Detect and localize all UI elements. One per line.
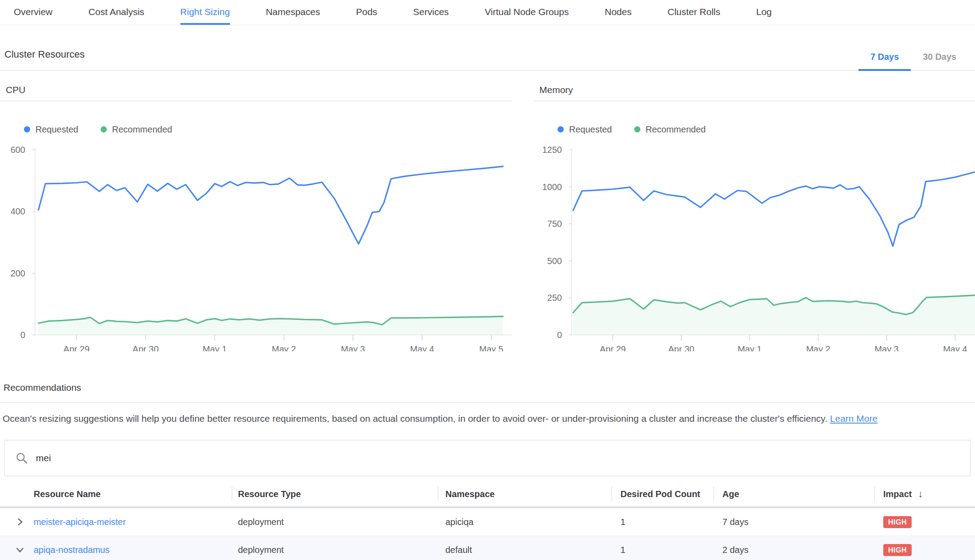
impact-badge: HIGH: [883, 516, 912, 528]
tab-virtual-node-groups[interactable]: Virtual Node Groups: [485, 0, 569, 25]
period-toggle: 7 Days 30 Days: [858, 52, 968, 71]
tab-pods[interactable]: Pods: [356, 0, 377, 25]
recommendations-description-text: Ocean's resizing suggestions will help y…: [3, 413, 830, 424]
svg-text:0: 0: [20, 330, 25, 340]
svg-text:May 2: May 2: [806, 344, 830, 351]
chevron-right-icon[interactable]: [15, 517, 25, 527]
tab-namespaces[interactable]: Namespaces: [266, 0, 320, 25]
resource-name-link[interactable]: meister-apiciqa-meister: [34, 517, 126, 527]
resource-type-cell: deployment: [232, 517, 438, 527]
cpu-line-chart: 0200400600Apr 29Apr 30May 1May 2May 3May…: [0, 143, 512, 351]
sort-descending-icon[interactable]: ↓: [918, 488, 923, 500]
tab-services[interactable]: Services: [413, 0, 449, 25]
search-icon: [16, 452, 28, 464]
memory-line-chart: 025050075010001250Apr 29Apr 30May 1May 2…: [534, 143, 975, 351]
header-desired-pod-count[interactable]: Desired Pod Count: [612, 482, 714, 506]
tab-log[interactable]: Log: [756, 0, 772, 25]
legend-label: Recommended: [112, 124, 172, 135]
tab-cost-analysis[interactable]: Cost Analysis: [89, 0, 144, 25]
tab-overview[interactable]: Overview: [14, 0, 53, 25]
desired-pod-count-cell: 1: [612, 545, 714, 555]
memory-chart-title: Memory: [534, 85, 975, 101]
svg-text:Apr 29: Apr 29: [600, 344, 626, 351]
header-namespace[interactable]: Namespace: [438, 482, 612, 506]
svg-text:250: 250: [547, 293, 562, 303]
impact-cell: HIGH: [874, 516, 975, 528]
svg-text:0: 0: [557, 330, 562, 340]
header-impact-label: Impact: [883, 489, 912, 499]
legend-label: Recommended: [646, 124, 706, 135]
age-cell: 7 days: [714, 517, 874, 527]
age-cell: 2 days: [714, 545, 874, 555]
legend-item-requested: Requested: [24, 124, 78, 135]
header-impact[interactable]: Impact ↓: [874, 482, 975, 506]
tab-cluster-rolls[interactable]: Cluster Rolls: [667, 0, 720, 25]
chevron-down-icon[interactable]: [15, 545, 25, 555]
svg-text:May 1: May 1: [203, 344, 226, 351]
requested-dot-icon: [558, 126, 564, 132]
memory-chart-section: Memory Requested Recommended 02505007501…: [534, 71, 975, 351]
resource-name-cell: apiqa-nostradamus: [27, 545, 232, 555]
resource-name-cell: meister-apiciqa-meister: [27, 517, 232, 527]
svg-text:400: 400: [11, 206, 25, 216]
recommendations-title: Recommendations: [0, 382, 975, 403]
svg-text:1000: 1000: [542, 182, 562, 192]
namespace-cell: apiciqa: [438, 517, 612, 527]
legend-item-recommended: Recommended: [101, 124, 172, 135]
table-row[interactable]: meister-apiciqa-meister deployment apici…: [0, 508, 975, 536]
legend-item-requested: Requested: [558, 124, 612, 135]
legend-label: Requested: [569, 124, 612, 135]
svg-text:200: 200: [11, 268, 25, 278]
namespace-cell: default: [438, 545, 612, 555]
svg-text:May 4: May 4: [410, 344, 434, 351]
cpu-chart-section: CPU Requested Recommended 0200400600Apr …: [0, 71, 512, 351]
impact-cell: HIGH: [874, 544, 975, 556]
svg-text:May 4: May 4: [943, 344, 967, 351]
requested-dot-icon: [24, 126, 30, 132]
svg-text:May 2: May 2: [272, 344, 296, 351]
svg-text:Apr 30: Apr 30: [133, 344, 159, 351]
svg-text:May 3: May 3: [341, 344, 365, 351]
period-30-days[interactable]: 30 Days: [911, 52, 968, 71]
header-age[interactable]: Age: [714, 482, 874, 506]
cpu-chart-legend: Requested Recommended: [0, 124, 512, 135]
cpu-chart-title: CPU: [0, 85, 512, 101]
svg-text:1250: 1250: [542, 145, 562, 155]
charts-row: CPU Requested Recommended 0200400600Apr …: [0, 71, 975, 351]
legend-label: Requested: [35, 124, 78, 135]
table-row[interactable]: apiqa-nostradamus deployment default 1 2…: [0, 536, 975, 560]
table-header-row: Resource Name Resource Type Namespace De…: [0, 482, 975, 508]
memory-chart-legend: Requested Recommended: [534, 124, 975, 135]
svg-text:May 5: May 5: [479, 344, 503, 351]
svg-text:May 3: May 3: [874, 344, 898, 351]
header-chevron-spacer: [0, 482, 27, 506]
search-box: [4, 440, 971, 476]
svg-text:Apr 30: Apr 30: [668, 344, 694, 351]
legend-item-recommended: Recommended: [634, 124, 706, 135]
svg-text:750: 750: [547, 219, 562, 229]
impact-badge: HIGH: [883, 544, 912, 556]
table-body: meister-apiciqa-meister deployment apici…: [0, 508, 975, 560]
svg-text:500: 500: [547, 256, 562, 266]
header-resource-name[interactable]: Resource Name: [27, 482, 232, 506]
tab-bar: OverviewCost AnalysisRight SizingNamespa…: [0, 0, 975, 25]
recommended-dot-icon: [101, 126, 107, 132]
resource-name-link[interactable]: apiqa-nostradamus: [34, 545, 109, 555]
svg-text:600: 600: [11, 145, 25, 155]
cluster-resources-header: Cluster Resources 7 Days 30 Days: [0, 25, 975, 71]
cluster-resources-title: Cluster Resources: [4, 49, 85, 60]
header-resource-type[interactable]: Resource Type: [232, 482, 438, 506]
resource-type-cell: deployment: [232, 545, 438, 555]
period-7-days[interactable]: 7 Days: [858, 52, 911, 71]
tab-right-sizing[interactable]: Right Sizing: [180, 0, 230, 25]
tab-nodes[interactable]: Nodes: [605, 0, 632, 25]
svg-text:May 1: May 1: [737, 344, 761, 351]
recommendations-description: Ocean's resizing suggestions will help y…: [0, 413, 975, 424]
recommendations-table: Resource Name Resource Type Namespace De…: [0, 482, 975, 560]
learn-more-link[interactable]: Learn More: [830, 413, 878, 424]
svg-text:Apr 29: Apr 29: [63, 344, 90, 351]
search-input[interactable]: [36, 453, 959, 463]
desired-pod-count-cell: 1: [612, 517, 714, 527]
recommended-dot-icon: [634, 126, 640, 132]
row-expander-cell: [0, 545, 27, 555]
